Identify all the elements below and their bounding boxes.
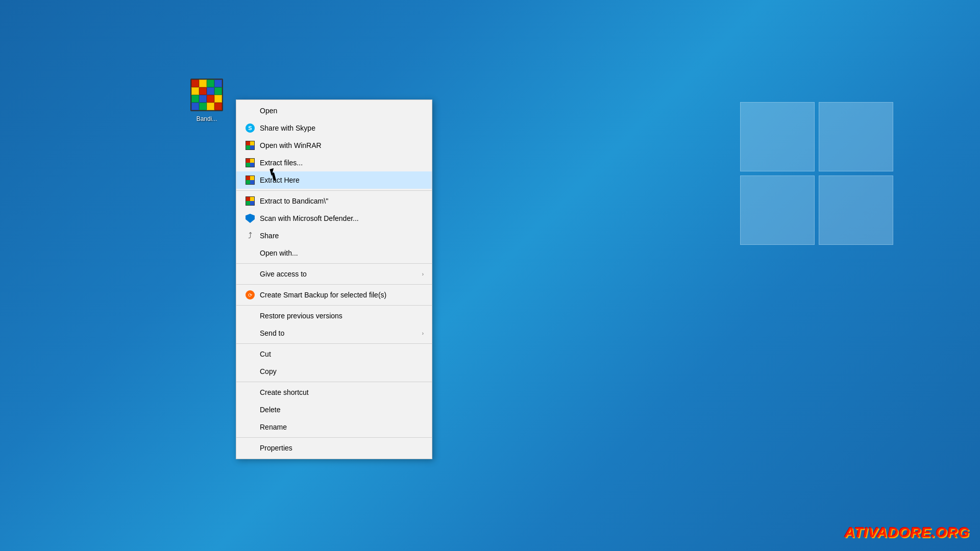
backup-icon: ⟳ (244, 289, 256, 300)
windows-logo (740, 102, 903, 255)
send-to-arrow: › (422, 331, 424, 336)
menu-label-rename: Rename (260, 423, 424, 431)
rename-icon (244, 421, 256, 433)
menu-label-restore-versions: Restore previous versions (260, 312, 424, 320)
menu-item-share-skype[interactable]: S Share with Skype (236, 119, 432, 137)
desktop: Bandi... Open S Share with Skype Open wi… (0, 0, 980, 551)
menu-label-extract-here: Extract Here (260, 176, 424, 184)
menu-item-restore-versions[interactable]: Restore previous versions (236, 307, 432, 324)
winrar-file-icon (190, 79, 223, 111)
create-shortcut-icon (244, 387, 256, 398)
menu-label-share-skype: Share with Skype (260, 124, 424, 132)
skype-icon: S (244, 122, 256, 134)
separator-2 (236, 263, 432, 264)
separator-6 (236, 382, 432, 382)
extract-here-icon (244, 174, 256, 186)
menu-label-copy: Copy (260, 367, 424, 375)
menu-label-delete: Delete (260, 406, 424, 414)
menu-label-send-to: Send to (260, 329, 422, 337)
win-pane-tl (740, 102, 815, 171)
menu-item-rename[interactable]: Rename (236, 418, 432, 436)
menu-label-open: Open (260, 107, 424, 115)
copy-icon (244, 366, 256, 377)
menu-label-create-backup: Create Smart Backup for selected file(s) (260, 291, 424, 299)
menu-item-extract-files[interactable]: Extract files... (236, 154, 432, 171)
menu-item-copy[interactable]: Copy (236, 363, 432, 380)
separator-5 (236, 343, 432, 344)
menu-label-share: Share (260, 232, 424, 240)
win-pane-br (819, 176, 893, 245)
win-pane-tr (819, 102, 893, 171)
menu-label-open-with: Open with... (260, 249, 424, 257)
menu-item-cut[interactable]: Cut (236, 345, 432, 363)
defender-icon (244, 213, 256, 224)
restore-icon (244, 310, 256, 321)
menu-item-open-with[interactable]: Open with... (236, 244, 432, 262)
icon-label: Bandi... (197, 115, 217, 122)
menu-item-delete[interactable]: Delete (236, 401, 432, 418)
menu-item-open-winrar[interactable]: Open with WinRAR (236, 137, 432, 154)
menu-label-properties: Properties (260, 444, 424, 452)
menu-label-open-winrar: Open with WinRAR (260, 141, 424, 149)
desktop-icon-bandicam[interactable]: Bandi... (184, 77, 230, 122)
menu-item-extract-here[interactable]: Extract Here (236, 171, 432, 189)
extract-to-icon (244, 195, 256, 207)
separator-3 (236, 284, 432, 285)
menu-item-send-to[interactable]: Send to › (236, 324, 432, 342)
menu-item-properties[interactable]: Properties (236, 439, 432, 457)
share-icon: ⤴ (244, 230, 256, 241)
separator-7 (236, 437, 432, 438)
extract-files-icon (244, 157, 256, 168)
menu-item-create-backup[interactable]: ⟳ Create Smart Backup for selected file(… (236, 286, 432, 304)
watermark: ATIVADORE.ORG (845, 524, 970, 541)
icon-image (188, 77, 225, 113)
win-pane-bl (740, 176, 815, 245)
menu-item-extract-to[interactable]: Extract to Bandicam\" (236, 192, 432, 210)
separator-4 (236, 305, 432, 306)
separator-1 (236, 190, 432, 191)
menu-item-open[interactable]: Open (236, 102, 432, 119)
menu-item-give-access[interactable]: Give access to › (236, 265, 432, 283)
cut-icon (244, 348, 256, 360)
menu-label-give-access: Give access to (260, 270, 422, 278)
menu-label-scan-defender: Scan with Microsoft Defender... (260, 214, 424, 222)
menu-item-scan-defender[interactable]: Scan with Microsoft Defender... (236, 210, 432, 227)
give-access-arrow: › (422, 271, 424, 277)
menu-label-extract-to: Extract to Bandicam\" (260, 197, 424, 205)
open-icon (244, 105, 256, 116)
menu-label-extract-files: Extract files... (260, 159, 424, 167)
context-menu: Open S Share with Skype Open with WinRAR (236, 99, 432, 459)
menu-item-share[interactable]: ⤴ Share (236, 227, 432, 244)
delete-icon (244, 404, 256, 415)
menu-label-cut: Cut (260, 350, 424, 358)
menu-label-create-shortcut: Create shortcut (260, 388, 424, 396)
open-with-icon (244, 247, 256, 259)
winrar-icon-small (244, 140, 256, 151)
menu-item-create-shortcut[interactable]: Create shortcut (236, 384, 432, 401)
send-to-icon (244, 328, 256, 339)
properties-icon (244, 442, 256, 454)
give-access-icon (244, 268, 256, 280)
